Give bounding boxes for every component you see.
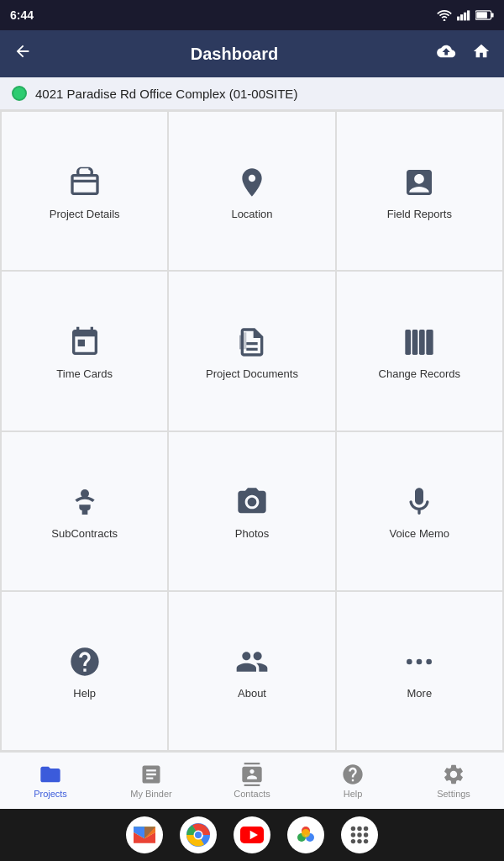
svg-rect-12 [419, 330, 425, 355]
back-button[interactable] [13, 42, 32, 66]
grid-label-change-records: Change Records [379, 367, 461, 380]
projects-nav-icon [39, 763, 62, 786]
svg-point-30 [351, 827, 355, 831]
bottom-nav-projects[interactable]: Projects [0, 763, 101, 799]
bottom-nav-help[interactable]: Help [302, 763, 403, 799]
youtube-app-icon[interactable] [234, 816, 270, 853]
time-cards-icon [68, 325, 102, 359]
grid-item-subcontracts[interactable]: SubContracts [2, 432, 167, 590]
grid-label-photos: Photos [235, 527, 269, 540]
settings-nav-label: Settings [437, 789, 470, 799]
gmail-icon [134, 827, 155, 843]
svg-rect-4 [467, 10, 470, 20]
photos-app-icon[interactable] [287, 816, 324, 853]
grid-item-time-cards[interactable]: Time Cards [2, 272, 167, 430]
svg-point-33 [351, 832, 355, 837]
page-title: Dashboard [191, 45, 278, 64]
bottom-nav: Projects My Binder Contacts Help Setting… [0, 752, 504, 809]
top-nav: Dashboard [0, 30, 504, 77]
cloud-upload-icon[interactable] [437, 42, 459, 66]
svg-rect-2 [460, 14, 463, 20]
top-nav-icons [437, 42, 491, 66]
contacts-nav-label: Contacts [234, 789, 270, 799]
dashboard-grid: Project Details Location Field Reports T… [0, 110, 504, 752]
wifi-icon [437, 9, 452, 21]
svg-point-31 [357, 827, 361, 831]
chrome-icon [186, 823, 210, 847]
settings-nav-icon [442, 763, 465, 786]
project-header: 4021 Paradise Rd Office Complex (01-00SI… [0, 77, 504, 110]
microphone-icon [402, 485, 436, 519]
project-name: 4021 Paradise Rd Office Complex (01-00SI… [35, 87, 297, 101]
battery-icon [475, 10, 494, 20]
grid-item-more[interactable]: More [337, 592, 502, 750]
svg-point-18 [427, 659, 433, 665]
binder-nav-icon [139, 763, 163, 786]
about-icon [235, 645, 269, 679]
google-photos-icon [294, 823, 318, 847]
svg-rect-6 [491, 13, 494, 17]
svg-rect-13 [427, 330, 433, 355]
svg-rect-15 [81, 510, 87, 515]
svg-rect-9 [242, 332, 246, 349]
grid-label-time-cards: Time Cards [56, 367, 113, 380]
svg-point-29 [302, 829, 310, 837]
subcontracts-icon [68, 485, 102, 519]
grid-item-help[interactable]: Help [2, 592, 167, 750]
bottom-nav-settings[interactable]: Settings [403, 763, 504, 799]
svg-rect-10 [406, 330, 412, 355]
grid-item-voice-memo[interactable]: Voice Memo [337, 432, 502, 590]
svg-point-38 [364, 839, 368, 843]
field-reports-icon [402, 166, 436, 199]
svg-point-37 [357, 839, 361, 843]
grid-label-voice-memo: Voice Memo [390, 527, 450, 540]
grid-label-location: Location [231, 208, 272, 220]
grid-item-location[interactable]: Location [169, 112, 334, 270]
grid-label-project-details: Project Details [50, 208, 120, 220]
contacts-nav-icon [240, 763, 264, 786]
apps-grid-icon [349, 824, 370, 846]
youtube-icon [240, 827, 264, 843]
grid-item-change-records[interactable]: Change Records [337, 272, 502, 430]
more-icon [402, 645, 436, 679]
chrome-app-icon[interactable] [180, 816, 217, 853]
svg-rect-7 [476, 12, 487, 18]
svg-rect-1 [457, 17, 459, 21]
status-time: 6:44 [10, 8, 34, 22]
svg-rect-3 [464, 13, 466, 21]
location-icon [235, 166, 269, 199]
grid-label-about: About [238, 687, 266, 700]
svg-point-17 [417, 659, 423, 665]
grid-item-about[interactable]: About [169, 592, 334, 750]
svg-point-16 [407, 659, 412, 665]
grid-item-project-details[interactable]: Project Details [2, 112, 167, 270]
grid-label-help: Help [73, 687, 96, 700]
svg-point-34 [357, 832, 361, 837]
home-icon[interactable] [472, 42, 491, 66]
status-bar: 6:44 [0, 0, 504, 30]
briefcase-icon [68, 166, 102, 199]
svg-rect-11 [412, 330, 418, 355]
grid-item-project-documents[interactable]: Project Documents [169, 272, 334, 430]
grid-label-field-reports: Field Reports [387, 208, 452, 220]
camera-icon [235, 485, 269, 519]
status-right [437, 9, 494, 21]
grid-item-field-reports[interactable]: Field Reports [337, 112, 502, 270]
help-icon [68, 645, 102, 679]
grid-item-photos[interactable]: Photos [169, 432, 334, 590]
svg-point-0 [444, 19, 446, 21]
projects-nav-label: Projects [34, 789, 67, 799]
documents-icon [235, 325, 269, 359]
gmail-app-icon[interactable] [126, 816, 163, 853]
svg-point-23 [195, 832, 202, 838]
signal-icon [457, 9, 470, 21]
my-binder-nav-label: My Binder [130, 789, 172, 799]
app-drawer-button[interactable] [341, 816, 378, 853]
svg-point-32 [364, 827, 368, 831]
grid-label-project-documents: Project Documents [206, 367, 298, 380]
help-nav-icon [341, 763, 365, 786]
change-records-icon [402, 325, 436, 359]
grid-label-more: More [407, 687, 433, 700]
bottom-nav-contacts[interactable]: Contacts [202, 763, 302, 799]
bottom-nav-my-binder[interactable]: My Binder [101, 763, 202, 799]
